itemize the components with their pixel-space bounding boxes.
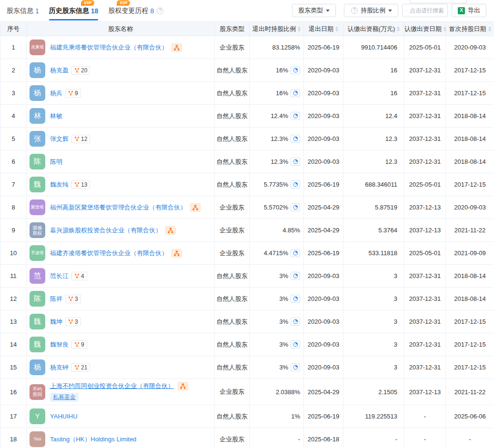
exit-date: 2025-04-29 <box>304 196 343 219</box>
column-header[interactable]: 退出时持股比例 <box>250 22 304 36</box>
row-index: 1 <box>0 36 27 59</box>
shareholder-type: 企业股东 <box>215 196 250 219</box>
sort-icon[interactable] <box>335 27 338 31</box>
org-chart-icon[interactable] <box>171 249 182 258</box>
org-chart-icon[interactable] <box>190 203 201 212</box>
shareholder-name-link[interactable]: YAHUIHU <box>50 413 78 420</box>
shareholder-name-link[interactable]: 林敏 <box>50 112 62 120</box>
shareholder-name-cell: 兆乘塔福建兆乘塔餐饮管理合伙企业（有限合伙） <box>27 36 215 59</box>
relation-count-badge[interactable]: 3 <box>65 295 81 303</box>
relation-count-badge[interactable]: 13 <box>71 180 90 189</box>
tab-shareholder-info[interactable]: 股东信息 1 <box>7 0 39 21</box>
first-holding-date: - <box>446 428 494 448</box>
first-holding-date: 2018-08-14 <box>446 288 494 310</box>
shareholder-name-link[interactable]: 杨克盈 <box>50 66 69 75</box>
search-icon <box>406 8 407 14</box>
shareholder-name-link[interactable]: 嘉兴源焕股权投资合伙企业（有限合伙） <box>50 226 161 235</box>
holding-ratio-filter-button[interactable]: ? 持股比例 <box>344 4 398 17</box>
private-fund-tag[interactable]: 私募基金 <box>50 393 79 402</box>
exit-ratio-cell: 2.0388% <box>250 379 304 405</box>
shareholder-type: 自然人股东 <box>215 82 250 105</box>
sort-icon[interactable] <box>397 27 400 31</box>
sort-icon[interactable] <box>488 27 491 31</box>
pie-chart-icon[interactable] <box>291 203 300 211</box>
relation-count-badge[interactable]: 4 <box>71 272 87 280</box>
shareholder-name-link[interactable]: 福建齐凌塔餐饮管理合伙企业（有限合伙） <box>50 249 168 258</box>
relation-count: 21 <box>81 364 87 371</box>
shareholder-name-link[interactable]: 福州高新区聚堡塔餐饮管理合伙企业（有限合伙） <box>50 203 186 212</box>
shareholder-type: 企业股东 <box>215 379 250 405</box>
first-holding-date: 2021-11-22 <box>446 219 494 242</box>
subscribed-date: 2037-12-31 <box>404 82 446 105</box>
help-icon[interactable]: ? <box>157 8 163 14</box>
export-button[interactable]: X 导出 <box>452 4 486 17</box>
pie-chart-icon[interactable] <box>291 135 300 143</box>
shareholder-type: 自然人股东 <box>215 265 250 288</box>
relation-count-badge[interactable]: 20 <box>71 66 90 75</box>
relation-count-badge[interactable]: 21 <box>71 363 90 372</box>
cropped-element-fragment <box>410 0 467 3</box>
relation-count-badge[interactable]: 9 <box>71 340 87 349</box>
pie-chart-icon[interactable] <box>291 318 300 326</box>
pie-chart-icon[interactable] <box>291 249 300 257</box>
exit-ratio-cell: 4.4715% <box>250 242 304 265</box>
shareholder-name-link[interactable]: 魏友纯 <box>50 180 69 189</box>
relation-count-badge[interactable]: 9 <box>65 89 81 98</box>
avatar: 聚堡塔 <box>30 199 45 215</box>
shareholder-type: 自然人股东 <box>215 333 250 356</box>
pie-chart-icon[interactable] <box>291 180 300 189</box>
sort-icon[interactable] <box>444 27 446 31</box>
column-header[interactable]: 认缴出资额(万元) <box>343 22 404 36</box>
exit-ratio-cell: 12.4% <box>250 105 304 128</box>
pie-chart-icon[interactable] <box>291 112 300 120</box>
shareholder-name-cell: TasiTasitng（HK）Holdings Limited <box>27 428 215 448</box>
pie-chart-icon[interactable] <box>291 89 300 97</box>
exit-ratio-value: 5.5702% <box>264 204 288 211</box>
shareholder-type-filter-button[interactable]: 股东类型 <box>292 4 336 17</box>
pie-chart-icon[interactable] <box>291 66 300 74</box>
shareholder-name-link[interactable]: Tasitng（HK）Holdings Limited <box>50 435 136 444</box>
subscribed-date: 2037-12-31 <box>404 265 446 288</box>
relation-count-badge[interactable]: 12 <box>71 135 90 143</box>
shareholder-name-cell: 魏魏友纯13 <box>27 173 215 196</box>
pie-chart-icon[interactable] <box>291 295 300 303</box>
pie-chart-icon[interactable] <box>291 272 300 280</box>
column-header[interactable]: 首次持股日期 <box>446 22 494 36</box>
shareholder-name-link[interactable]: 陈祥 <box>50 295 62 303</box>
shareholder-name-link[interactable]: 范长江 <box>50 272 69 280</box>
pie-chart-icon[interactable] <box>291 363 300 371</box>
relation-count: 9 <box>81 341 84 348</box>
exit-ratio-value: 16% <box>276 90 288 97</box>
subscribed-amount: 3 <box>343 265 404 288</box>
exit-ratio-value: - <box>298 436 300 443</box>
shareholder-name-link[interactable]: 魏智良 <box>50 340 69 349</box>
exit-ratio-cell: 3% <box>250 265 304 288</box>
relation-count-badge[interactable]: 3 <box>65 318 81 326</box>
shareholder-name-link[interactable]: 陈明 <box>50 158 62 166</box>
tab-count: 8 <box>150 7 154 15</box>
sort-icon[interactable] <box>298 27 301 31</box>
shareholder-name-cell: 不约而同上海不约而同创业投资合伙企业（有限合伙）私募基金 <box>27 379 215 405</box>
shareholder-name-link[interactable]: 杨兵 <box>50 89 62 98</box>
shareholder-name-link[interactable]: 魏坤 <box>50 318 62 326</box>
exit-ratio-cell: 3% <box>250 356 304 379</box>
tab-equity-change-history[interactable]: VIP 股权变更历程 8 ? <box>108 0 163 21</box>
subscribed-amount: 533.11818 <box>343 242 404 265</box>
shareholder-name-link[interactable]: 上海不约而同创业投资合伙企业（有限合伙） <box>50 382 174 390</box>
column-header-label: 股东名称 <box>108 25 133 33</box>
pie-chart-icon[interactable] <box>291 158 300 166</box>
column-header[interactable]: 认缴出资日期 <box>404 22 446 36</box>
org-chart-icon[interactable] <box>165 226 176 235</box>
org-chart-icon[interactable] <box>171 43 182 52</box>
shareholder-name-link[interactable]: 张文辉 <box>50 135 69 143</box>
search-input[interactable]: 点击进行搜索 <box>402 4 448 17</box>
org-chart-icon[interactable] <box>178 382 188 390</box>
exit-date: 2020-09-03 <box>304 356 343 379</box>
tab-history-shareholder-info[interactable]: VIP 历史股东信息 18 <box>49 0 99 21</box>
shareholder-name-link[interactable]: 杨克钟 <box>50 363 69 372</box>
pie-chart-icon[interactable] <box>291 340 300 348</box>
table-row: 2杨杨克盈20自然人股东16%2020-09-03162037-12-31201… <box>0 59 494 82</box>
shareholder-name-link[interactable]: 福建兆乘塔餐饮管理合伙企业（有限合伙） <box>50 43 168 52</box>
column-header[interactable]: 退出日期 <box>304 22 343 36</box>
row-index: 8 <box>0 196 27 219</box>
